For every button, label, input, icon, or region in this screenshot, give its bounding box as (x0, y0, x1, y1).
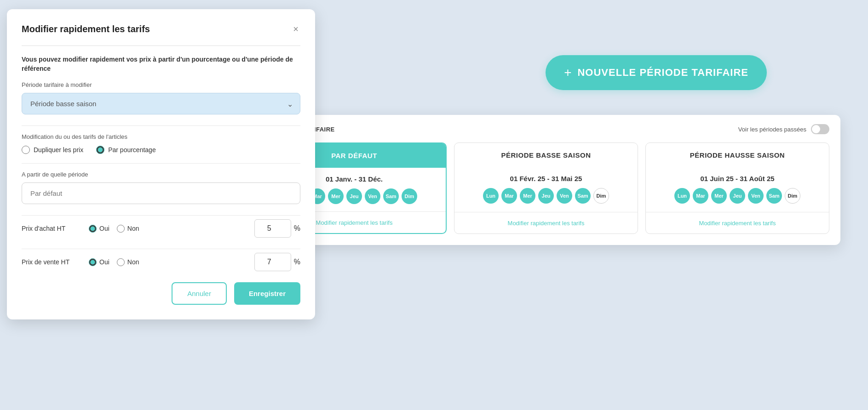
period-card-2-body: 01 Juin 25 - 31 Août 25 Lun Mar Mer Jeu … (646, 167, 829, 212)
new-period-label: NOUVELLE PÉRIODE TARIFAIRE (577, 67, 748, 79)
modification-radio-group: Dupliquer les prix Par pourcentage (22, 146, 300, 154)
save-button[interactable]: Enregistrer (234, 282, 300, 305)
modify-link-1[interactable]: Modifier rapidement les tarifs (508, 220, 585, 227)
day-jeu-2: Jeu (730, 188, 745, 204)
modify-link-0[interactable]: Modifier rapidement les tarifs (316, 219, 393, 226)
prix-achat-label: Prix d'achat HT (22, 225, 81, 232)
toggle-group: Voir les périodes passées (738, 124, 829, 134)
price-divider-2 (22, 249, 300, 249)
prix-vente-input-group: % (254, 253, 300, 271)
period-cards: PAR DÉFAUT 01 Janv. - 31 Déc. Lun Mar Me… (262, 142, 829, 234)
prix-achat-non[interactable]: Non (117, 225, 139, 233)
from-period-input[interactable] (22, 182, 300, 204)
period-card-2-header: PÉRIODE HAUSSE SAISON (646, 143, 829, 167)
prix-vente-percent: % (294, 258, 300, 266)
past-periods-toggle[interactable] (811, 124, 829, 134)
cancel-button[interactable]: Annuler (172, 282, 227, 305)
period-card-1-header: PÉRIODE BASSE SAISON (454, 143, 638, 167)
prix-vente-non-label: Non (127, 258, 139, 266)
day-ven-0: Ven (365, 188, 380, 204)
period-card-1-body: 01 Févr. 25 - 31 Mai 25 Lun Mar Mer Jeu … (454, 167, 638, 212)
period-card-2-days: Lun Mar Mer Jeu Ven Sam Dim (674, 188, 800, 204)
section-divider-1 (22, 125, 300, 126)
period-card-1-days: Lun Mar Mer Jeu Ven Sam Dim (483, 188, 609, 204)
prix-achat-oui[interactable]: Oui (89, 225, 109, 233)
prix-vente-label: Prix de vente HT (22, 258, 81, 266)
day-jeu-1: Jeu (538, 188, 554, 204)
day-dim-2: Dim (785, 188, 800, 204)
prix-achat-radio-group: Oui Non (89, 225, 139, 233)
period-card-0-dates: 01 Janv. - 31 Déc. (326, 175, 383, 183)
day-mer-0: Mer (328, 188, 344, 204)
prix-achat-row: Prix d'achat HT Oui Non % (22, 219, 300, 238)
prix-vente-oui[interactable]: Oui (89, 258, 109, 266)
period-card-2-dates: 01 Juin 25 - 31 Août 25 (700, 175, 774, 182)
day-mar-2: Mar (693, 188, 708, 204)
day-sam-0: Sam (383, 188, 399, 204)
modal-header: Modifier rapidement les tarifs × (22, 22, 300, 36)
period-select[interactable]: Par défaut Période basse saison Période … (22, 93, 300, 114)
new-period-button[interactable]: + NOUVELLE PÉRIODE TARIFAIRE (546, 55, 767, 90)
close-button[interactable]: × (291, 22, 300, 36)
prix-vente-oui-label: Oui (99, 258, 109, 266)
toggle-label: Voir les périodes passées (738, 126, 806, 133)
from-period-label: A partir de quelle période (22, 171, 300, 178)
period-card-2: PÉRIODE HAUSSE SAISON 01 Juin 25 - 31 Ao… (645, 142, 829, 234)
day-dim-1: Dim (593, 188, 609, 204)
prix-achat-oui-label: Oui (99, 225, 109, 232)
radio-dupliquer-label: Dupliquer les prix (34, 146, 83, 154)
period-card-1-dates: 01 Févr. 25 - 31 Mai 25 (510, 175, 582, 182)
modal-title: Modifier rapidement les tarifs (22, 24, 150, 34)
day-lun-2: Lun (674, 188, 690, 204)
day-dim-0: Dim (402, 188, 417, 204)
plus-icon: + (564, 65, 572, 80)
radio-dupliquer[interactable]: Dupliquer les prix (22, 146, 83, 154)
prix-vente-non[interactable]: Non (117, 258, 139, 266)
prix-achat-input[interactable] (254, 219, 291, 238)
prix-vente-row: Prix de vente HT Oui Non % (22, 253, 300, 271)
day-mer-1: Mer (520, 188, 535, 204)
radio-pourcentage-label: Par pourcentage (108, 146, 156, 154)
prix-vente-input[interactable] (254, 253, 291, 271)
day-lun-1: Lun (483, 188, 499, 204)
period-card-1-footer: Modifier rapidement les tarifs (454, 212, 638, 233)
modal-dialog: Modifier rapidement les tarifs × Vous po… (7, 9, 315, 319)
period-field-label: Période tarifaire à modifier (22, 81, 300, 88)
day-sam-2: Sam (766, 188, 782, 204)
prix-achat-input-group: % (254, 219, 300, 238)
section-divider-2 (22, 163, 300, 164)
period-panel: ⌃ PÉRIODE TARIFAIRE Voir les périodes pa… (251, 115, 840, 245)
modification-label: Modification du ou des tarifs de l'artic… (22, 133, 300, 140)
modify-link-2[interactable]: Modifier rapidement les tarifs (699, 220, 776, 227)
day-mer-2: Mer (711, 188, 727, 204)
day-ven-1: Ven (557, 188, 572, 204)
header-divider (22, 46, 300, 46)
prix-achat-non-label: Non (127, 225, 139, 232)
prix-achat-percent: % (294, 224, 300, 233)
price-divider-1 (22, 215, 300, 216)
modal-subtitle: Vous pouvez modifier rapidement vos prix… (22, 55, 300, 73)
radio-pourcentage[interactable]: Par pourcentage (96, 146, 156, 154)
day-mar-1: Mar (501, 188, 517, 204)
modal-footer: Annuler Enregistrer (22, 282, 300, 305)
period-card-2-footer: Modifier rapidement les tarifs (646, 212, 829, 233)
day-ven-2: Ven (748, 188, 764, 204)
day-sam-1: Sam (575, 188, 591, 204)
day-jeu-0: Jeu (346, 188, 362, 204)
period-card-1: PÉRIODE BASSE SAISON 01 Févr. 25 - 31 Ma… (454, 142, 638, 234)
period-panel-header: ⌃ PÉRIODE TARIFAIRE Voir les périodes pa… (262, 124, 829, 134)
prix-vente-radio-group: Oui Non (89, 258, 139, 266)
period-select-wrapper: Par défaut Période basse saison Période … (22, 93, 300, 114)
